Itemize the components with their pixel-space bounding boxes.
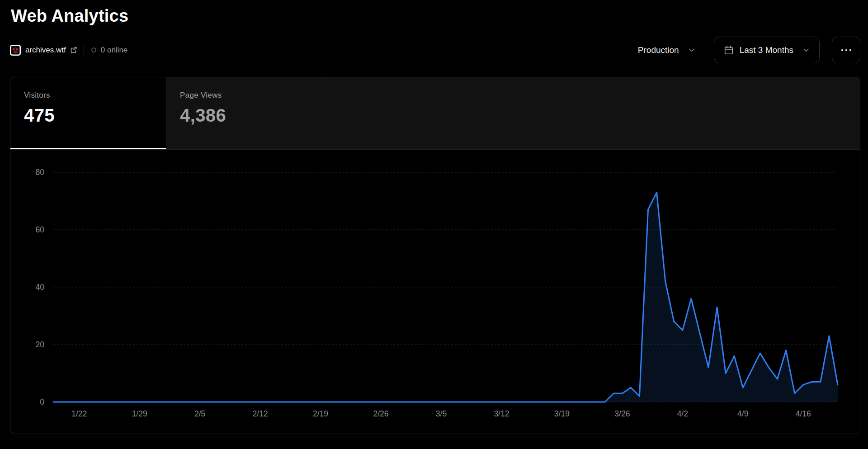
tab-page-views[interactable]: Page Views 4,386 — [166, 77, 322, 149]
online-indicator-dot — [91, 47, 96, 52]
chevron-down-icon — [688, 47, 695, 54]
x-axis-label: 2/19 — [313, 409, 328, 418]
x-axis-label: 4/2 — [677, 409, 688, 418]
y-axis-label: 40 — [36, 283, 45, 292]
tabs-filler — [322, 77, 860, 149]
tab-value: 475 — [24, 105, 166, 126]
x-axis-label: 3/26 — [614, 409, 630, 418]
x-axis-label: 1/29 — [132, 409, 147, 418]
y-axis-label: 0 — [40, 397, 44, 406]
x-axis-label: 3/19 — [554, 409, 570, 418]
date-range-label: Last 3 Months — [740, 45, 793, 55]
x-axis-label: 4/16 — [796, 409, 811, 418]
project-domain[interactable]: archives.wtf — [25, 46, 66, 55]
external-link-icon[interactable] — [70, 46, 77, 54]
more-button[interactable] — [832, 37, 860, 63]
page-title: Web Analytics — [11, 6, 860, 26]
x-axis-label: 2/5 — [194, 409, 205, 418]
tab-visitors[interactable]: Visitors 475 — [10, 77, 166, 149]
online-count: 0 online — [101, 46, 128, 55]
visitors-area-fill — [53, 192, 838, 402]
y-axis-label: 80 — [36, 168, 45, 177]
chevron-down-icon — [802, 47, 810, 54]
analytics-card: Visitors 475 Page Views 4,386 0204060801… — [10, 77, 860, 434]
x-axis-label: 3/12 — [494, 409, 509, 418]
visitors-chart[interactable]: 0204060801/221/292/52/122/192/263/53/123… — [10, 150, 860, 434]
header-meta-row: archives.wtf 0 online Production — [10, 37, 860, 63]
x-axis-label: 2/12 — [253, 409, 268, 418]
web-analytics-page: Web Analytics archives.wtf 0 onl — [0, 0, 868, 434]
project-info: archives.wtf 0 online — [10, 44, 127, 56]
chart-section: 0204060801/221/292/52/122/192/263/53/123… — [10, 150, 860, 434]
x-axis-label: 2/26 — [373, 409, 388, 418]
tab-label: Page Views — [180, 91, 322, 100]
calendar-icon — [724, 45, 734, 55]
y-axis-label: 20 — [36, 340, 45, 349]
header-controls: Production Last 3 Months — [632, 37, 860, 63]
project-favicon — [10, 45, 21, 56]
tab-label: Visitors — [24, 91, 166, 100]
active-tab-underline — [10, 148, 166, 149]
metric-tabs: Visitors 475 Page Views 4,386 — [10, 77, 860, 150]
x-axis-label: 4/9 — [737, 409, 748, 418]
environment-selector[interactable]: Production — [632, 37, 702, 63]
meta-divider — [84, 44, 84, 56]
ellipsis-icon — [840, 48, 853, 52]
environment-label: Production — [638, 45, 679, 55]
x-axis-label: 3/5 — [436, 409, 447, 418]
date-range-button[interactable]: Last 3 Months — [714, 37, 820, 63]
x-axis-label: 1/22 — [71, 409, 87, 418]
y-axis-label: 60 — [36, 225, 45, 234]
tab-value: 4,386 — [180, 105, 322, 126]
